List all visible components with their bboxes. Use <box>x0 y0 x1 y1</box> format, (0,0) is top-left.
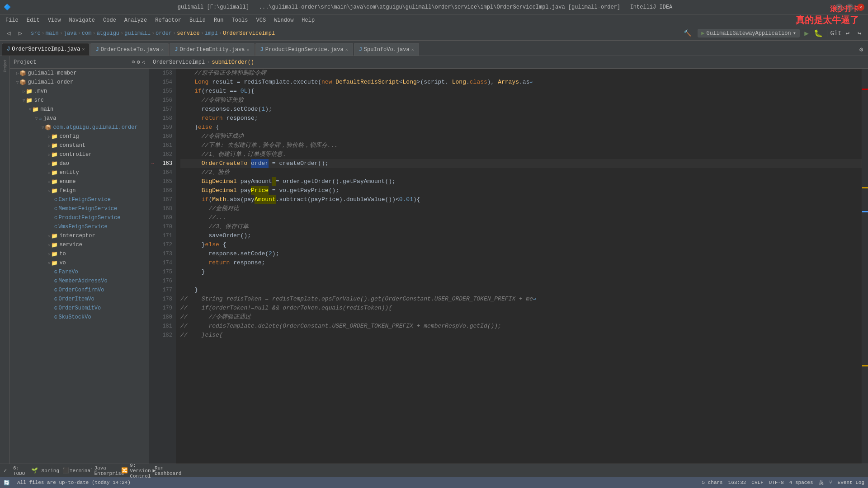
run-button[interactable]: ▶ <box>802 28 811 38</box>
tree-item-enume[interactable]: ▷ 📁 enume <box>10 177 149 186</box>
bc-service[interactable]: service <box>177 30 199 37</box>
tab-spuinfovo[interactable]: J SpuInfoVo.java ✕ <box>354 43 419 56</box>
menu-vcs[interactable]: VCS <box>253 16 270 24</box>
tree-item-orderitemvo[interactable]: C OrderItemVo <box>10 295 149 304</box>
tree-item-controller[interactable]: ▷ 📁 controller <box>10 150 149 159</box>
debug-button[interactable]: 🐛 <box>813 28 823 38</box>
menu-run[interactable]: Run <box>210 16 227 24</box>
menu-tools[interactable]: Tools <box>228 16 252 24</box>
toolbar-undo[interactable]: ↩ <box>843 28 853 38</box>
status-line-ending[interactable]: CRLF <box>751 480 763 485</box>
tab-close-4[interactable]: ✕ <box>345 47 348 52</box>
tree-item-java[interactable]: ▽ ☕ java <box>10 114 149 123</box>
tab-close-1[interactable]: ✕ <box>82 47 85 52</box>
tree-item-gulimall-order[interactable]: ▽ 📦 gulimall-order <box>10 78 149 87</box>
bc-gulimall[interactable]: gulimall <box>124 30 151 37</box>
bc-class[interactable]: OrderServiceImpl <box>223 30 275 37</box>
maximize-button[interactable]: □ <box>846 4 854 11</box>
bc-order[interactable]: order <box>156 30 172 37</box>
bc-impl[interactable]: impl <box>205 30 218 37</box>
tab-orderitementity[interactable]: J OrderItemEntity.java ✕ <box>170 43 254 56</box>
menu-code[interactable]: Code <box>99 16 120 24</box>
toolbar-build[interactable]: 🔨 <box>682 28 692 38</box>
toolbar-forward[interactable]: ▷ <box>15 28 25 38</box>
sidebar-collapse-icon[interactable]: ◁ <box>142 59 145 66</box>
sidebar-settings-icon[interactable]: ⚙ <box>137 59 140 66</box>
editor-settings[interactable]: ⚙ <box>856 45 866 54</box>
btn-terminal[interactable]: Terminal <box>76 466 86 476</box>
run-config-dropdown[interactable]: ▾ <box>793 30 796 37</box>
run-config[interactable]: ▶ GulimallGatewayApplication ▾ <box>698 29 800 38</box>
tab-close-5[interactable]: ✕ <box>411 47 414 52</box>
menu-edit[interactable]: Edit <box>23 16 43 24</box>
tree-item-src[interactable]: ▽ 📁 src <box>10 96 149 105</box>
tree-label-java: java <box>43 115 57 122</box>
btn-version-control[interactable]: 9: Version Control <box>135 466 145 476</box>
tab-orderserviceimpl[interactable]: J OrderServiceImpl.java ✕ <box>2 43 90 56</box>
tree-item-ordersubmitvo[interactable]: C OrderSubmitVo <box>10 304 149 313</box>
menu-view[interactable]: View <box>44 16 65 24</box>
status-sync-icon: 🔄 <box>4 480 10 486</box>
tree-item-config[interactable]: ▷ 📁 config <box>10 132 149 141</box>
tree-item-mvn[interactable]: ▷ 📁 .mvn <box>10 87 149 96</box>
menu-window[interactable]: Window <box>270 16 297 24</box>
tab-productfeignservice[interactable]: J ProductFeignService.java ✕ <box>255 43 353 56</box>
menu-analyze[interactable]: Analyze <box>121 16 151 24</box>
menu-build[interactable]: Build <box>186 16 209 24</box>
btn-spring[interactable]: Spring <box>45 466 55 476</box>
menu-help[interactable]: Help <box>298 16 318 24</box>
menu-refactor[interactable]: Refactor <box>151 16 185 24</box>
tree-item-memberaddressvo[interactable]: C MemberAddressVo <box>10 277 149 286</box>
status-position[interactable]: 163:32 <box>728 480 746 485</box>
close-button[interactable]: ✕ <box>857 4 864 11</box>
tree-item-farevo[interactable]: C FareVo <box>10 267 149 277</box>
menu-file[interactable]: File <box>2 16 22 24</box>
tree-item-to[interactable]: ▷ 📁 to <box>10 249 149 258</box>
toolbar-redo[interactable]: ↪ <box>854 28 864 38</box>
tab-close-2[interactable]: ✕ <box>161 47 164 52</box>
editor-nav-method[interactable]: submitOrder() <box>212 59 254 66</box>
tree-item-constant[interactable]: ▷ 📁 constant <box>10 141 149 150</box>
code-container[interactable]: → 153 154 155 156 157 158 159 160 161 16… <box>149 69 868 464</box>
tree-item-interceptor[interactable]: ▷ 📁 interceptor <box>10 231 149 240</box>
bc-main[interactable]: main <box>46 30 59 37</box>
tree-item-skustockvo[interactable]: C SkuStockVo <box>10 313 149 322</box>
tree-item-cartfeign[interactable]: C CartFeignService <box>10 195 149 204</box>
editor-nav-class[interactable]: OrderServiceImpl <box>153 59 205 66</box>
btn-todo[interactable]: 6: TODO <box>14 466 24 476</box>
tree-label-dao: dao <box>59 160 69 167</box>
menu-navigate[interactable]: Navigate <box>65 16 99 24</box>
bc-com[interactable]: com <box>82 30 92 37</box>
bc-src[interactable]: src <box>31 30 41 37</box>
tab-close-3[interactable]: ✕ <box>247 47 250 52</box>
tree-label-main: main <box>40 106 53 113</box>
tree-item-vo[interactable]: ▽ 📁 vo <box>10 258 149 267</box>
tree-item-memberfeign[interactable]: C MemberFeignService <box>10 204 149 213</box>
tree-item-dao[interactable]: ▷ 📁 dao <box>10 159 149 168</box>
tree-item-package[interactable]: ▽ 📦 com.atguigu.gulimall.order <box>10 123 149 132</box>
tree-item-feign[interactable]: ▽ 📁 feign <box>10 186 149 195</box>
minimize-button[interactable]: ─ <box>835 4 843 11</box>
activity-project[interactable]: Project <box>2 58 8 74</box>
toolbar-back[interactable]: ◁ <box>4 28 14 38</box>
btn-run-dashboard[interactable]: Run Dashboard <box>163 466 173 476</box>
event-log[interactable]: Event Log <box>838 480 864 485</box>
tree-item-main[interactable]: ▽ 📁 main <box>10 105 149 114</box>
btn-java-enterprise[interactable]: Java Enterprise <box>104 466 114 476</box>
bc-atguigu[interactable]: atguigu <box>97 30 119 37</box>
toolbar-git[interactable]: Git <box>831 28 841 38</box>
sidebar-expand-icon[interactable]: ⊕ <box>132 59 135 66</box>
tree-item-gulimall-member[interactable]: ▷ 📦 gulimall-member <box>10 69 149 78</box>
tree-item-service[interactable]: ▷ 📁 service <box>10 240 149 249</box>
tree-item-wmsfeign[interactable]: C WmsFeignService <box>10 222 149 231</box>
tree-item-entity[interactable]: ▷ 📁 entity <box>10 168 149 177</box>
status-indent[interactable]: 4 spaces <box>789 480 813 485</box>
code-content[interactable]: //原子验证令牌和删除令牌 Long result = redisTemplat… <box>176 69 862 464</box>
status-encoding[interactable]: UTF-8 <box>769 480 784 485</box>
status-chars[interactable]: 5 chars <box>702 480 723 485</box>
bc-java[interactable]: java <box>64 30 77 37</box>
tab-ordercreateto[interactable]: J OrderCreateTo.java ✕ <box>90 43 169 56</box>
tree-label-ordersubmitvo: OrderSubmitVo <box>59 305 101 311</box>
tree-item-productfeign[interactable]: C ProductFeignService <box>10 213 149 222</box>
tree-item-orderconfirmvo[interactable]: C OrderConfirmVo <box>10 286 149 295</box>
